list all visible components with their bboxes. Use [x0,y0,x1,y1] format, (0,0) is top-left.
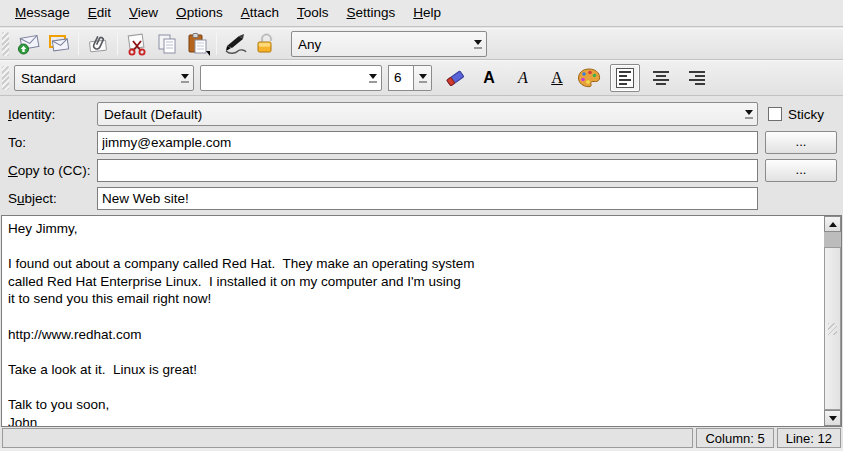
to-label: To: [8,135,26,150]
arrow-up-icon [829,222,837,227]
to-address-book-button[interactable]: ... [765,131,837,154]
send-mail-button[interactable] [14,30,44,58]
font-size-combobox[interactable]: 6 [388,65,432,91]
align-right-button[interactable] [682,64,712,92]
crypto-format-combobox[interactable]: Any [291,31,487,57]
align-right-icon [689,71,705,85]
menu-attach[interactable]: Attach [232,0,288,27]
bold-button[interactable]: A [474,64,504,92]
sign-message-button[interactable] [221,30,251,58]
toolbar-separator [78,33,79,55]
text-color-button[interactable] [574,64,604,92]
sticky-label: Sticky [788,107,824,122]
font-family-combobox[interactable] [200,65,382,91]
scroll-up-button[interactable] [824,216,841,232]
toolbar-grip-handle[interactable] [2,66,9,90]
underline-icon: A [551,69,563,87]
identity-combobox[interactable]: Default (Default) [97,102,758,126]
message-body-editor[interactable]: Hey Jimmy, I found out about a company c… [1,215,842,427]
attach-file-button[interactable] [83,30,113,58]
align-left-icon [616,68,634,88]
subject-label: Subject: [8,191,57,206]
menu-settings[interactable]: Settings [337,0,404,27]
cc-address-book-button[interactable]: ... [765,159,837,182]
chevron-down-icon [176,74,193,83]
encrypt-message-icon [254,32,278,56]
copy-button[interactable] [152,30,182,58]
identity-label: Identity: [8,107,55,122]
statusbar: Column: 5 Line: 12 [0,428,843,448]
cut-button[interactable] [122,30,152,58]
scrollbar-grip-icon [828,323,837,335]
statusbar-message-area [2,428,693,448]
identity-value: Default (Default) [98,107,740,122]
queue-mail-button[interactable] [44,30,74,58]
sticky-checkbox[interactable] [768,107,782,121]
align-left-button[interactable] [610,64,640,92]
paste-dropdown-arrow-icon [206,51,210,56]
scrollbar-thumb[interactable] [824,247,841,410]
statusbar-line-indicator: Line: 12 [777,428,841,448]
main-toolbar: Any [0,28,843,60]
menu-message[interactable]: Message [6,0,79,27]
chevron-down-icon [364,74,381,83]
bold-icon: A [483,69,495,87]
align-center-icon [653,71,669,85]
menu-tools[interactable]: Tools [288,0,338,27]
text-color-palette-icon [576,66,602,90]
scroll-down-button[interactable] [824,410,841,426]
toolbar-separator [216,33,217,55]
italic-button[interactable]: A [508,64,538,92]
menu-view[interactable]: View [120,0,167,27]
queue-mail-icon [47,32,71,56]
toolbar-separator [117,33,118,55]
copy-icon [155,32,179,56]
subject-input[interactable] [97,187,758,210]
italic-icon: A [518,69,528,87]
sign-message-icon [223,32,249,56]
mail-composer-window: Message Edit View Options Attach Tools S… [0,0,843,451]
to-input[interactable] [97,131,758,154]
underline-button[interactable]: A [542,64,572,92]
menu-edit[interactable]: Edit [79,0,120,27]
remove-formatting-button[interactable] [440,64,470,92]
cc-label: Copy to (CC): [8,163,91,178]
paragraph-style-value: Standard [15,71,176,86]
font-size-value: 6 [388,65,414,91]
arrow-down-icon [829,416,837,421]
message-headers: Identity: Default (Default) Sticky To: .… [0,96,843,215]
cut-icon [125,32,149,56]
paste-button[interactable] [182,30,212,58]
attach-file-icon [86,32,110,56]
chevron-down-icon [469,40,486,49]
send-mail-icon [17,32,41,56]
menubar: Message Edit View Options Attach Tools S… [0,0,843,27]
chevron-down-icon [740,110,757,119]
editor-scrollbar[interactable] [824,216,841,426]
message-body-text[interactable]: Hey Jimmy, I found out about a company c… [2,216,824,426]
eraser-icon [442,66,468,90]
encrypt-message-button[interactable] [251,30,281,58]
menu-help[interactable]: Help [404,0,450,27]
crypto-format-value: Any [292,37,469,52]
statusbar-column-indicator: Column: 5 [696,428,773,448]
formatting-toolbar: Standard 6 A A A [0,60,843,96]
chevron-down-icon [414,65,432,91]
toolbar-grip-handle[interactable] [2,32,9,56]
paragraph-style-combobox[interactable]: Standard [14,65,194,91]
menu-options[interactable]: Options [167,0,232,27]
align-center-button[interactable] [646,64,676,92]
cc-input[interactable] [97,159,758,182]
